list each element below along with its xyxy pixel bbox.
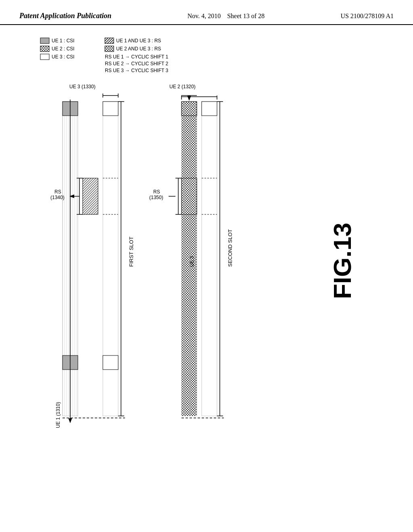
svg-rect-5 (40, 54, 49, 60)
diagram-area: UE 1 : CSI UE 2 : CSI UE 3 : CSI UE 1 AN… (0, 25, 413, 521)
svg-text:RS: RS (153, 189, 160, 195)
publication-title: Patent Application Publication (19, 11, 111, 21)
svg-text:RS UE 1 → CYCLIC SHIFT 1: RS UE 1 → CYCLIC SHIFT 1 (105, 54, 168, 60)
svg-text:(1340): (1340) (50, 195, 65, 200)
svg-rect-28 (103, 102, 118, 116)
svg-text:UE 2 (1320): UE 2 (1320) (169, 84, 196, 89)
svg-text:UE 3 : CSI: UE 3 : CSI (52, 54, 75, 60)
svg-text:UE 3 (1330): UE 3 (1330) (69, 84, 96, 89)
svg-text:UE 1 AND UE 3 : RS: UE 1 AND UE 3 : RS (116, 38, 161, 44)
svg-text:UE 1 : CSI: UE 1 : CSI (52, 38, 75, 44)
svg-rect-43 (181, 178, 197, 214)
svg-rect-20 (83, 178, 98, 214)
sheet-info: Sheet 13 of 28 (227, 12, 265, 19)
svg-text:UE 3: UE 3 (189, 256, 195, 267)
svg-rect-29 (103, 355, 118, 370)
publication-date: Nov. 4, 2010 (188, 12, 221, 19)
svg-text:UE 2 : CSI: UE 2 : CSI (52, 46, 75, 52)
svg-rect-7 (105, 38, 114, 44)
svg-rect-9 (105, 46, 114, 52)
svg-text:SECOND SLOT: SECOND SLOT (227, 229, 233, 267)
svg-rect-42 (181, 102, 197, 116)
svg-text:UE 1 (1310): UE 1 (1310) (55, 402, 61, 428)
svg-rect-53 (202, 102, 217, 416)
patent-number: US 2100/278109 A1 (340, 11, 394, 21)
patent-diagram-svg: UE 1 : CSI UE 2 : CSI UE 3 : CSI UE 1 AN… (0, 25, 413, 521)
svg-text:UE 2 AND UE 3 : RS: UE 2 AND UE 3 : RS (116, 46, 161, 52)
header-date-sheet: Nov. 4, 2010 Sheet 13 of 28 (188, 11, 265, 21)
svg-text:RS: RS (54, 189, 61, 195)
svg-text:RS UE 2 → CYCLIC SHIFT 2: RS UE 2 → CYCLIC SHIFT 2 (105, 61, 168, 66)
svg-text:(1350): (1350) (149, 195, 163, 200)
svg-rect-3 (40, 46, 49, 52)
svg-rect-1 (40, 38, 49, 44)
svg-text:RS UE 3 → CYCLIC SHIFT 3: RS UE 3 → CYCLIC SHIFT 3 (105, 68, 168, 73)
page-header: Patent Application Publication Nov. 4, 2… (0, 0, 413, 25)
svg-text:FIRST SLOT: FIRST SLOT (128, 237, 134, 267)
svg-rect-54 (202, 102, 217, 116)
svg-text:FIG.13: FIG.13 (328, 222, 356, 299)
